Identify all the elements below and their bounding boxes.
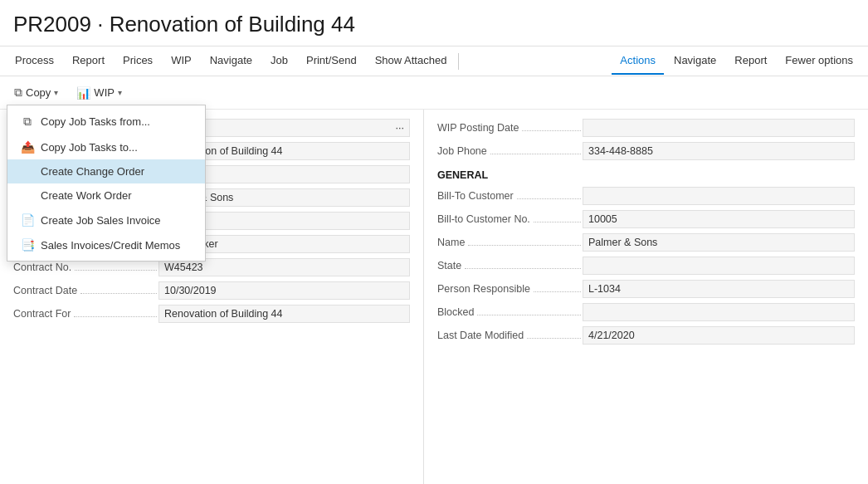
- menu-copy-job-tasks-to[interactable]: 📤 Copy Job Tasks to...: [7, 134, 205, 159]
- form-row-blocked: Blocked: [424, 301, 868, 324]
- nav-job[interactable]: Job: [262, 47, 296, 75]
- wip-dropdown-arrow: ▾: [118, 88, 122, 97]
- nav-report[interactable]: Report: [64, 47, 113, 75]
- copy-dropdown-wrapper: ⧉ Copy ▾ ⧉ Copy Job Tasks from... 📤 Copy…: [7, 81, 66, 105]
- menu-copy-job-tasks-from[interactable]: ⧉ Copy Job Tasks from...: [7, 109, 205, 134]
- wip-icon: 📊: [76, 86, 90, 100]
- nav-actions[interactable]: Actions: [612, 47, 664, 75]
- copy-button[interactable]: ⧉ Copy ▾: [7, 81, 66, 105]
- form-row-contract-date: Contract Date 10/30/2019: [0, 279, 423, 302]
- menu-create-change-order[interactable]: Create Change Order: [7, 159, 205, 183]
- nav-navigate-right[interactable]: Navigate: [666, 47, 724, 75]
- menu-copy-job-tasks-from-label: Copy Job Tasks from...: [41, 115, 150, 128]
- bill-to-customer-label: Bill-To Customer: [437, 190, 514, 202]
- contract-date-value[interactable]: 10/30/2019: [158, 281, 410, 300]
- form-row-bill-to-customer-no: Bill-to Customer No. 10005: [424, 208, 868, 231]
- form-row-contract-for: Contract For Renovation of Building 44: [0, 302, 423, 325]
- menu-create-work-order-label: Create Work Order: [41, 189, 132, 202]
- person-responsible-label: Person Responsible: [437, 283, 530, 295]
- person-responsible-value[interactable]: L-1034: [583, 280, 855, 298]
- bill-to-customer-no-value[interactable]: 10005: [583, 210, 855, 228]
- menu-create-job-sales-invoice-label: Create Job Sales Invoice: [41, 214, 161, 227]
- menu-copy-job-tasks-to-label: Copy Job Tasks to...: [41, 141, 138, 154]
- form-row-person-responsible: Person Responsible L-1034: [424, 277, 868, 301]
- nav-print-send[interactable]: Print/Send: [298, 47, 365, 75]
- menu-create-change-order-label: Create Change Order: [41, 165, 144, 178]
- name-value[interactable]: Palmer & Sons: [583, 233, 855, 252]
- right-panel: WIP Posting Date Job Phone 334-448-8885 …: [423, 110, 868, 484]
- nav-prices[interactable]: Prices: [115, 47, 161, 75]
- general-section-header: GENERAL: [424, 163, 868, 184]
- bill-to-customer-no-label: Bill-to Customer No.: [437, 213, 530, 225]
- form-row-name: Name Palmer & Sons: [424, 231, 868, 254]
- form-row-bill-to-customer: Bill-To Customer: [424, 184, 868, 208]
- contract-no-label: Contract No.: [13, 262, 71, 273]
- state-label: State: [437, 260, 461, 271]
- copy-to-icon: 📤: [21, 140, 34, 154]
- name-label: Name: [437, 237, 465, 248]
- toolbar: ⧉ Copy ▾ ⧉ Copy Job Tasks from... 📤 Copy…: [0, 76, 868, 110]
- menu-create-job-sales-invoice[interactable]: 📄 Create Job Sales Invoice: [7, 208, 205, 232]
- wip-posting-date-label: WIP Posting Date: [437, 122, 519, 134]
- job-phone-label: Job Phone: [437, 145, 487, 157]
- form-row-wip-posting-date: WIP Posting Date: [424, 116, 868, 139]
- nav-process[interactable]: Process: [7, 47, 62, 75]
- nav-fewer-options[interactable]: Fewer options: [777, 47, 861, 75]
- nav-report-right[interactable]: Report: [726, 47, 775, 75]
- form-row-last-date-modified: Last Date Modified 4/21/2020: [424, 324, 868, 347]
- menu-sales-invoices-credit-memos-label: Sales Invoices/Credit Memos: [41, 239, 180, 252]
- form-row-job-phone: Job Phone 334-448-8885: [424, 139, 868, 163]
- page-title: PR2009 · Renovation of Building 44: [0, 0, 868, 46]
- sales-invoices-icon: 📑: [21, 238, 34, 252]
- blocked-value[interactable]: [583, 303, 855, 321]
- copy-dropdown-menu: ⧉ Copy Job Tasks from... 📤 Copy Job Task…: [7, 105, 206, 262]
- contract-for-value[interactable]: Renovation of Building 44: [158, 305, 410, 323]
- nav-separator: [458, 53, 459, 70]
- ellipsis-icon[interactable]: ···: [396, 122, 404, 134]
- menu-sales-invoices-credit-memos[interactable]: 📑 Sales Invoices/Credit Memos: [7, 232, 205, 257]
- form-row-state: State: [424, 254, 868, 277]
- nav-bar: Process Report Prices WIP Navigate Job P…: [0, 46, 868, 76]
- copy-dropdown-arrow: ▾: [54, 88, 58, 97]
- nav-right: Actions Navigate Report Fewer options: [612, 47, 861, 75]
- copy-from-icon: ⧉: [21, 115, 34, 129]
- blocked-label: Blocked: [437, 306, 474, 318]
- last-date-modified-value[interactable]: 4/21/2020: [583, 326, 855, 345]
- last-date-modified-label: Last Date Modified: [437, 330, 524, 341]
- contract-date-label: Contract Date: [13, 285, 77, 296]
- wip-button[interactable]: 📊 WIP ▾: [69, 81, 129, 105]
- job-phone-value[interactable]: 334-448-8885: [583, 142, 855, 160]
- job-sales-invoice-icon: 📄: [21, 213, 34, 227]
- copy-icon: ⧉: [14, 86, 22, 100]
- nav-wip[interactable]: WIP: [163, 47, 200, 75]
- wip-label: WIP: [94, 86, 115, 99]
- copy-label: Copy: [26, 86, 51, 99]
- menu-create-work-order[interactable]: Create Work Order: [7, 183, 205, 208]
- bill-to-customer-value[interactable]: [583, 187, 855, 205]
- nav-left: Process Report Prices WIP Navigate Job P…: [7, 47, 455, 75]
- nav-navigate[interactable]: Navigate: [202, 47, 261, 75]
- wip-posting-date-value[interactable]: [583, 119, 855, 137]
- contract-for-label: Contract For: [13, 308, 71, 320]
- state-value[interactable]: [583, 257, 855, 275]
- nav-show-attached[interactable]: Show Attached: [367, 47, 456, 75]
